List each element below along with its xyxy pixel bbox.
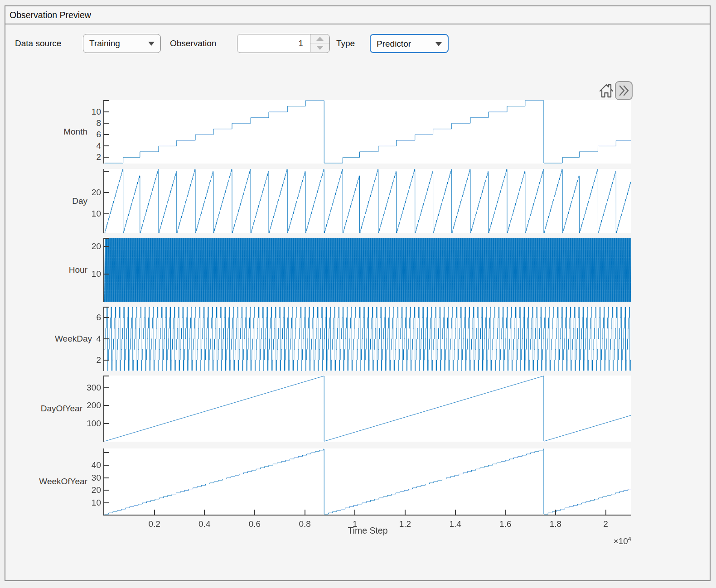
y-tick-mark xyxy=(104,274,109,275)
y-tick-label: 10 xyxy=(92,208,101,219)
y-tick-mark xyxy=(104,238,109,239)
stacked-plot: 246810Month1020Day1020Hour246WeekDay1002… xyxy=(5,6,710,580)
subplot-name-label: Hour xyxy=(69,265,87,275)
y-tick-mark xyxy=(104,307,109,308)
y-tick-label: 100 xyxy=(87,418,101,429)
y-tick-mark xyxy=(104,111,109,112)
y-tick-label: 2 xyxy=(96,152,101,163)
subplot-canvas-day xyxy=(104,169,631,233)
x-axis-multiplier: ×104 xyxy=(549,535,631,546)
y-axis-gutter: 1020Day xyxy=(5,169,101,233)
subplot-canvas-weekday xyxy=(104,307,631,371)
y-tick-label: 10 xyxy=(92,106,101,117)
y-tick-label: 2 xyxy=(96,355,101,366)
y-axis-gutter: 100200300DayOfYear xyxy=(5,376,101,442)
y-tick-mark xyxy=(104,405,109,406)
y-tick-label: 20 xyxy=(92,485,101,496)
y-tick-mark xyxy=(104,134,109,135)
y-tick-label: 200 xyxy=(87,400,101,411)
y-tick-label: 20 xyxy=(92,241,101,252)
y-axis-gutter: 246WeekDay xyxy=(5,307,101,371)
subplot-name-label: Month xyxy=(63,127,87,137)
subplot-canvas-hour xyxy=(104,238,631,302)
y-tick-mark xyxy=(104,338,109,339)
y-tick-label: 40 xyxy=(92,460,101,471)
y-tick-label: 10 xyxy=(92,269,101,280)
y-tick-mark xyxy=(104,145,109,146)
subplot-name-label: DayOfYear xyxy=(41,404,82,414)
y-axis-spine xyxy=(103,100,104,164)
y-axis-gutter: 246810Month xyxy=(5,100,101,164)
x-tick-mark xyxy=(305,510,305,515)
subplot-canvas-month xyxy=(104,100,631,164)
y-tick-mark xyxy=(104,100,109,101)
y-tick-label: 6 xyxy=(96,312,101,323)
x-axis-line xyxy=(103,515,631,516)
y-tick-mark xyxy=(104,123,109,124)
y-axis-spine xyxy=(103,169,104,233)
y-tick-mark xyxy=(104,246,109,247)
y-tick-mark xyxy=(104,477,109,478)
y-tick-label: 20 xyxy=(92,187,101,198)
subplot-name-label: WeekOfYear xyxy=(39,477,87,487)
y-tick-mark xyxy=(104,387,109,388)
y-axis-spine xyxy=(103,448,104,515)
y-axis-gutter: 1020Hour xyxy=(5,238,101,302)
y-tick-label: 4 xyxy=(96,333,101,344)
y-tick-label: 30 xyxy=(92,472,101,483)
y-tick-mark xyxy=(104,502,109,503)
x-tick-mark xyxy=(505,510,506,515)
y-tick-mark xyxy=(104,452,109,453)
y-tick-label: 8 xyxy=(96,118,101,129)
y-tick-mark xyxy=(104,360,109,361)
x-tick-mark xyxy=(354,510,355,515)
y-axis-spine xyxy=(103,376,104,442)
x-tick-mark xyxy=(254,510,255,515)
y-tick-label: 300 xyxy=(87,382,101,393)
y-tick-label: 6 xyxy=(96,129,101,140)
observation-preview-panel: Observation Preview Data source Training… xyxy=(5,5,711,581)
y-tick-mark xyxy=(104,157,109,158)
y-tick-label: 10 xyxy=(92,497,101,508)
y-axis-gutter: 10203040WeekOfYear xyxy=(5,448,101,515)
y-tick-mark xyxy=(104,490,109,491)
x-tick-mark xyxy=(555,510,556,515)
y-tick-mark xyxy=(104,213,109,214)
subplot-canvas-dayofyear xyxy=(104,376,631,442)
x-tick-mark xyxy=(154,510,155,515)
x-axis-label: Time Step xyxy=(104,525,631,536)
y-tick-mark xyxy=(104,423,109,424)
y-tick-mark xyxy=(104,192,109,193)
y-tick-mark xyxy=(104,465,109,466)
x-tick-mark xyxy=(455,510,456,515)
app-window: Observation Preview Data source Training… xyxy=(0,0,716,588)
y-tick-label: 4 xyxy=(96,140,101,151)
subplot-name-label: WeekDay xyxy=(55,334,92,344)
x-tick-mark xyxy=(204,510,205,515)
y-tick-mark xyxy=(104,317,109,318)
y-tick-mark xyxy=(104,376,109,376)
y-axis-spine xyxy=(103,238,104,302)
x-tick-mark xyxy=(405,510,406,515)
subplot-canvas-weekofyear xyxy=(104,448,631,515)
subplot-name-label: Day xyxy=(72,196,87,206)
y-tick-mark xyxy=(104,171,109,172)
x-tick-mark xyxy=(605,510,606,515)
